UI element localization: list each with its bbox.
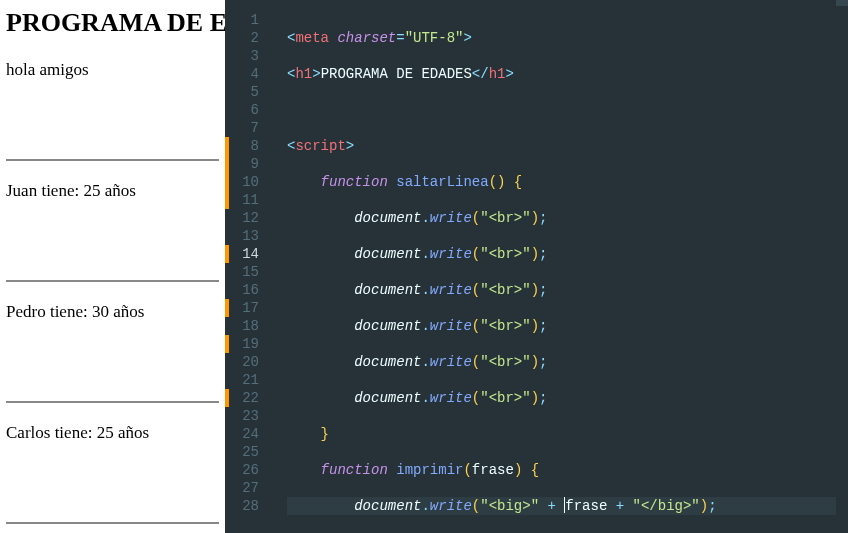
editor-scrollbar[interactable] (836, 0, 848, 533)
browser-preview-pane: PROGRAMA DE EDADES hola amigos Juan tien… (0, 0, 225, 533)
line-number-gutter: 1 2 3 4 5 6 7 8 9 10 11 12 13 14 15 16 1… (225, 0, 277, 533)
hr (6, 523, 219, 524)
output-line-2: Juan tiene: 25 años (6, 181, 219, 201)
code-content[interactable]: <meta charset="UTF-8"> <h1>PROGRAMA DE E… (277, 0, 836, 533)
output-line-4: Carlos tiene: 25 años (6, 423, 219, 443)
code-editor[interactable]: 1 2 3 4 5 6 7 8 9 10 11 12 13 14 15 16 1… (225, 0, 848, 533)
page-heading: PROGRAMA DE EDADES (6, 8, 219, 38)
output-line-3: Pedro tiene: 30 años (6, 302, 219, 322)
output-line-1: hola amigos (6, 60, 219, 80)
